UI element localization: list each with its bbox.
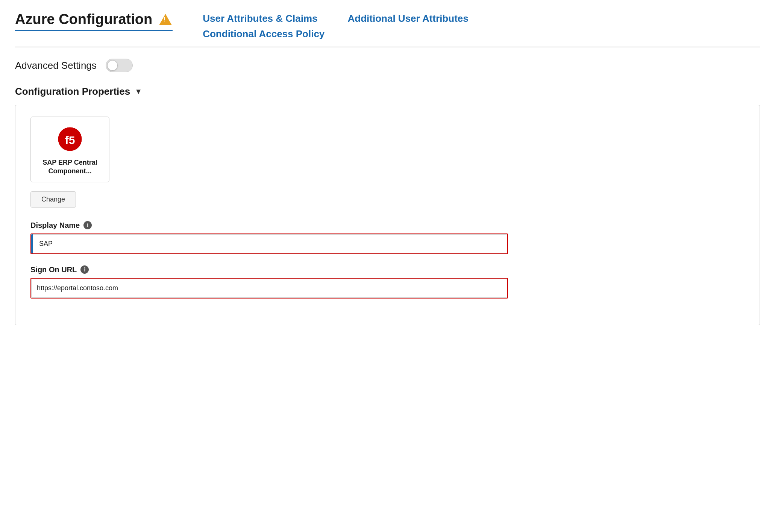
app-card: f5 SAP ERP Central Component... [30,117,109,182]
page-title: Azure Configuration [15,11,173,31]
display-name-accent-bar [31,234,33,253]
advanced-settings-section: Advanced Settings [15,59,760,72]
chevron-down-icon[interactable]: ▼ [135,87,142,96]
toggle-track [106,59,133,72]
sign-on-url-info-icon[interactable]: i [80,265,89,274]
config-properties-title: Configuration Properties [15,86,130,97]
sign-on-url-input[interactable] [31,279,507,298]
header: Azure Configuration User Attributes & Cl… [15,11,760,47]
advanced-settings-label: Advanced Settings [15,60,97,71]
display-name-label-text: Display Name [30,221,80,230]
sign-on-url-label-text: Sign On URL [30,265,77,274]
f5-logo-svg: f5 [58,127,82,152]
display-name-input[interactable] [31,234,507,253]
sign-on-url-label-row: Sign On URL i [30,265,745,274]
display-name-label-row: Display Name i [30,221,745,230]
nav-row-2: Conditional Access Policy [203,28,469,40]
app-logo: f5 [57,126,83,152]
display-name-info-icon[interactable]: i [83,221,92,229]
config-properties-header: Configuration Properties ▼ [15,86,760,97]
page-title-text: Azure Configuration [15,11,152,27]
toggle-thumb [107,60,118,71]
svg-text:f5: f5 [65,134,75,146]
config-properties-box: f5 SAP ERP Central Component... Change D… [15,105,760,325]
nav-links: User Attributes & Claims Additional User… [203,11,469,40]
sign-on-url-input-wrapper [30,278,508,299]
nav-row-1: User Attributes & Claims Additional User… [203,13,469,24]
change-button[interactable]: Change [30,191,76,208]
advanced-settings-toggle[interactable] [106,59,133,72]
warning-triangle-shape [159,14,172,25]
app-card-name: SAP ERP Central Component... [38,158,102,176]
sign-on-url-section: Sign On URL i [30,265,745,299]
header-title-area: Azure Configuration [15,11,173,31]
page-wrapper: Azure Configuration User Attributes & Cl… [0,0,775,532]
warning-icon [158,12,173,27]
nav-link-user-attributes[interactable]: User Attributes & Claims [203,13,317,24]
nav-link-additional-user-attributes[interactable]: Additional User Attributes [348,13,469,24]
nav-link-conditional-access[interactable]: Conditional Access Policy [203,28,325,40]
display-name-section: Display Name i [30,221,745,254]
display-name-input-wrapper [30,233,508,254]
